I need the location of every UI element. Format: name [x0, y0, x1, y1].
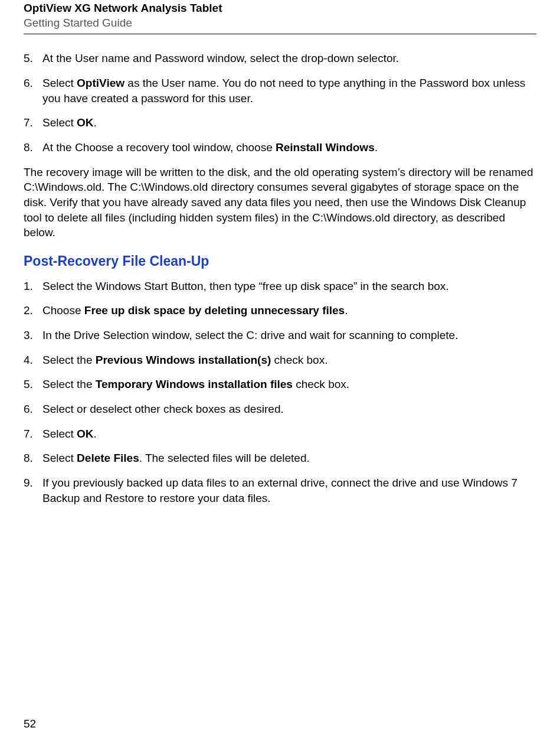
step-text: Select the Windows Start Button, then ty… — [42, 280, 449, 292]
step-text: . — [375, 141, 378, 154]
list-item: 4. Select the Previous Windows installat… — [24, 353, 536, 368]
step-number: 3. — [24, 328, 33, 343]
step-bold: Temporary Windows installation files — [96, 378, 293, 390]
step-bold: Free up disk space by deleting unnecessa… — [84, 304, 345, 317]
list-item: 9. If you previously backed up data file… — [24, 475, 536, 505]
step-text: check box. — [271, 354, 328, 366]
step-text: In the Drive Selection window, select th… — [42, 329, 458, 341]
step-text: Select — [42, 428, 77, 440]
header-subtitle: Getting Started Guide — [24, 16, 536, 31]
step-text: Select — [42, 452, 77, 464]
step-number: 8. — [24, 451, 33, 466]
step-number: 7. — [24, 115, 33, 131]
step-text: check box. — [293, 378, 349, 390]
step-text: If you previously backed up data files t… — [42, 477, 518, 504]
step-text: . — [94, 428, 97, 440]
list-item: 6. Select OptiView as the User name. You… — [24, 76, 536, 106]
list-item: 5. Select the Temporary Windows installa… — [24, 377, 536, 392]
list-item: 7. Select OK. — [24, 426, 536, 442]
step-text: At the Choose a recovery tool window, ch… — [42, 141, 276, 154]
step-bold: Previous Windows installation(s) — [96, 354, 271, 366]
step-text: Select the — [42, 378, 96, 390]
step-text: . — [94, 116, 97, 129]
second-steps-list: 1. Select the Windows Start Button, then… — [24, 279, 536, 505]
page-number: 52 — [24, 717, 36, 730]
step-bold: Delete Files — [77, 452, 139, 464]
step-number: 9. — [24, 475, 33, 491]
step-bold: OK — [77, 116, 94, 129]
step-text: Select — [42, 77, 77, 89]
step-text: At the User name and Password window, se… — [42, 52, 399, 64]
step-number: 6. — [24, 76, 33, 91]
list-item: 1. Select the Windows Start Button, then… — [24, 279, 536, 294]
step-text: Select the — [42, 354, 96, 366]
header-rule — [24, 34, 536, 34]
list-item: 3. In the Drive Selection window, select… — [24, 328, 536, 343]
list-item: 6. Select or deselect other check boxes … — [24, 402, 536, 417]
list-item: 8. Select Delete Files. The selected fil… — [24, 451, 536, 466]
step-number: 5. — [24, 51, 33, 66]
list-item: 7. Select OK. — [24, 115, 536, 131]
step-text: Choose — [42, 304, 84, 317]
list-item: 5. At the User name and Password window,… — [24, 51, 536, 66]
step-number: 8. — [24, 140, 33, 155]
recovery-paragraph: The recovery image will be written to th… — [24, 165, 536, 240]
step-number: 6. — [24, 402, 33, 417]
page: OptiView XG Network Analysis Tablet Gett… — [0, 0, 560, 505]
step-bold: OptiView — [77, 77, 125, 89]
step-number: 7. — [24, 426, 33, 442]
list-item: 2. Choose Free up disk space by deleting… — [24, 303, 536, 318]
page-header: OptiView XG Network Analysis Tablet Gett… — [24, 0, 536, 31]
list-item: 8. At the Choose a recovery tool window,… — [24, 140, 536, 155]
step-text: Select — [42, 116, 77, 129]
step-number: 2. — [24, 303, 33, 318]
step-number: 4. — [24, 353, 33, 368]
step-text: Select or deselect other check boxes as … — [42, 403, 284, 415]
step-bold: Reinstall Windows — [276, 141, 375, 154]
step-text: . — [345, 304, 348, 317]
first-steps-list: 5. At the User name and Password window,… — [24, 51, 536, 155]
section-heading: Post-Recovery File Clean-Up — [24, 253, 536, 269]
step-text: . The selected files will be deleted. — [139, 452, 310, 464]
step-bold: OK — [77, 428, 94, 440]
step-number: 5. — [24, 377, 33, 392]
step-number: 1. — [24, 279, 33, 294]
header-title: OptiView XG Network Analysis Tablet — [24, 1, 536, 16]
